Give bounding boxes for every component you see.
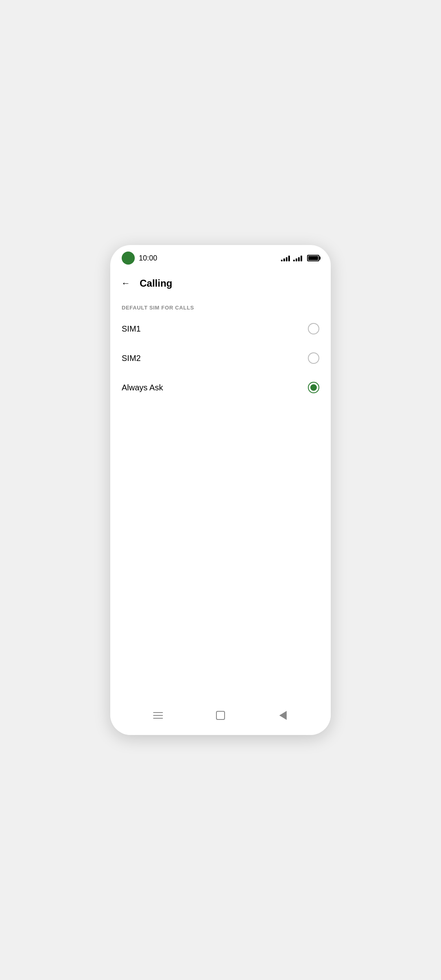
radio-option-sim2[interactable]: SIM2 <box>110 343 331 373</box>
bottom-nav <box>110 702 331 735</box>
back-icon <box>279 711 287 720</box>
status-time: 10:00 <box>139 254 157 263</box>
signal-bars-1 <box>281 255 290 261</box>
page-title: Calling <box>140 278 172 289</box>
home-icon <box>216 711 225 720</box>
nav-home-button[interactable] <box>212 706 229 724</box>
status-time-area: 10:00 <box>122 252 157 265</box>
radio-option-sim1[interactable]: SIM1 <box>110 314 331 343</box>
back-button[interactable]: ← <box>118 276 133 291</box>
phone-frame: 10:00 ← Calling DEFAULT SIM FOR CALLS SI… <box>110 245 331 735</box>
radio-label-sim1: SIM1 <box>122 324 141 334</box>
status-bar: 10:00 <box>110 245 331 268</box>
battery-fill <box>308 256 318 260</box>
menu-icon <box>153 712 163 719</box>
radio-inner-always-ask <box>310 384 317 391</box>
radio-label-always-ask: Always Ask <box>122 383 163 392</box>
radio-circle-sim2[interactable] <box>308 352 319 364</box>
status-icons <box>281 255 319 261</box>
signal-bars-2 <box>293 255 302 261</box>
nav-back-button[interactable] <box>274 706 292 724</box>
radio-label-sim2: SIM2 <box>122 354 141 363</box>
section-label: DEFAULT SIM FOR CALLS <box>110 297 331 314</box>
nav-menu-button[interactable] <box>149 706 167 724</box>
status-dot <box>122 252 135 265</box>
battery-icon <box>307 255 319 261</box>
header: ← Calling <box>110 268 331 297</box>
radio-option-always-ask[interactable]: Always Ask <box>110 373 331 402</box>
radio-circle-always-ask[interactable] <box>308 382 319 393</box>
radio-circle-sim1[interactable] <box>308 323 319 334</box>
